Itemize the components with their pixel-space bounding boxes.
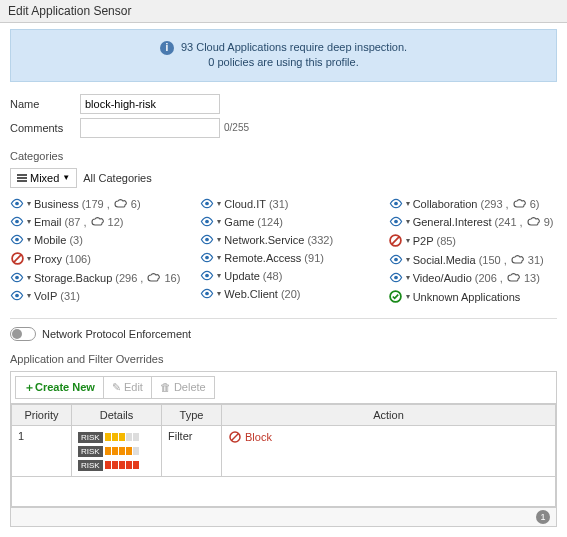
category-item[interactable]: ▾P2P (85) [389,234,557,248]
category-item[interactable]: ▾Unknown Applications [389,290,557,304]
overrides-box: ＋Create New ✎ Edit 🗑 Delete Priority Det… [10,371,557,527]
category-item[interactable]: ▾Collaboration (293 , 6) [389,198,557,210]
svg-point-7 [205,202,209,206]
categories-title: Categories [10,150,557,162]
svg-line-4 [13,255,21,263]
svg-point-11 [205,274,209,278]
category-name: Collaboration [413,198,478,210]
category-name: Social.Media [413,254,476,266]
col-action[interactable]: Action [222,404,556,425]
caret-down-icon: ▾ [217,271,221,280]
comments-input[interactable] [80,118,220,138]
block-icon [389,234,403,248]
col-type[interactable]: Type [162,404,222,425]
name-input[interactable] [80,94,220,114]
category-item[interactable]: ▾Network.Service (332) [200,234,368,246]
caret-down-icon: ▾ [27,254,31,263]
info-icon: i [160,41,174,55]
mixed-dropdown[interactable]: Mixed ▼ [10,168,77,188]
comments-label: Comments [10,122,80,134]
category-name: Cloud.IT [224,198,266,210]
caret-down-icon: ▾ [406,199,410,208]
eye-icon [10,216,24,228]
create-new-button[interactable]: ＋Create New [15,376,104,399]
caret-down-icon: ▾ [27,291,31,300]
cloud-icon [91,217,104,227]
edit-button[interactable]: ✎ Edit [104,376,152,399]
svg-point-1 [15,220,19,224]
caret-down-icon: ▾ [406,217,410,226]
category-item[interactable]: ▾Game (124) [200,216,368,228]
category-item[interactable]: ▾General.Interest (241 , 9) [389,216,557,228]
category-name: Email [34,216,62,228]
category-name: Game [224,216,254,228]
eye-icon [389,272,403,284]
caret-down-icon: ▾ [217,199,221,208]
category-name: Mobile [34,234,66,246]
caret-down-icon: ▾ [217,289,221,298]
category-item[interactable]: ▾Update (48) [200,270,368,282]
overrides-title: Application and Filter Overrides [10,353,557,365]
eye-icon [10,272,24,284]
page-badge[interactable]: 1 [536,510,550,524]
category-name: Network.Service [224,234,304,246]
eye-icon [389,198,403,210]
cloud-icon [114,199,127,209]
category-name: Video/Audio [413,272,472,284]
col-priority[interactable]: Priority [12,404,72,425]
svg-point-18 [394,276,398,280]
npe-toggle[interactable] [10,327,36,341]
category-item[interactable]: ▾Proxy (106) [10,252,180,266]
col-details[interactable]: Details [72,404,162,425]
category-item[interactable]: ▾Storage.Backup (296 , 16) [10,272,180,284]
svg-point-12 [205,292,209,296]
block-icon [10,252,24,266]
svg-point-0 [15,202,19,206]
caret-down-icon: ▾ [406,255,410,264]
category-item[interactable]: ▾Social.Media (150 , 31) [389,254,557,266]
category-item[interactable]: ▾VoIP (31) [10,290,180,302]
eye-icon [10,290,24,302]
banner-line2: 0 policies are using this profile. [208,56,358,68]
category-item[interactable]: ▾Remote.Access (91) [200,252,368,264]
category-item[interactable]: ▾Video/Audio (206 , 13) [389,272,557,284]
caret-down-icon: ▾ [27,273,31,282]
caret-down-icon: ▼ [62,173,70,182]
table-row[interactable]: 1 RISK RISK RISK Filter Block [12,425,556,476]
check-icon [389,290,403,304]
npe-label: Network Protocol Enforcement [42,328,191,340]
cloud-icon [527,217,540,227]
svg-point-2 [15,238,19,242]
category-item[interactable]: ▾Mobile (3) [10,234,180,246]
eye-icon [389,216,403,228]
caret-down-icon: ▾ [406,236,410,245]
svg-point-17 [394,258,398,262]
banner-line1: 93 Cloud Applications require deep inspe… [181,41,407,53]
caret-down-icon: ▾ [217,253,221,262]
category-item[interactable]: ▾Email (87 , 12) [10,216,180,228]
caret-down-icon: ▾ [27,217,31,226]
caret-down-icon: ▾ [217,217,221,226]
svg-point-14 [394,220,398,224]
info-banner: i 93 Cloud Applications require deep ins… [10,29,557,82]
svg-point-13 [394,202,398,206]
pencil-icon: ✎ [112,381,121,394]
trash-icon: 🗑 [160,381,171,393]
caret-down-icon: ▾ [27,235,31,244]
all-categories-label: All Categories [83,172,151,184]
category-name: Web.Client [224,288,278,300]
block-icon [228,430,242,444]
comments-count: 0/255 [224,122,249,133]
svg-point-10 [205,256,209,260]
cloud-icon [507,273,520,283]
cloud-icon [513,199,526,209]
category-item[interactable]: ▾Cloud.IT (31) [200,198,368,210]
caret-down-icon: ▾ [217,235,221,244]
category-item[interactable]: ▾Business (179 , 6) [10,198,180,210]
delete-button[interactable]: 🗑 Delete [152,376,215,399]
category-item[interactable]: ▾Web.Client (20) [200,288,368,300]
category-name: Unknown Applications [413,291,521,303]
svg-point-5 [15,276,19,280]
cloud-icon [511,255,524,265]
eye-icon [200,234,214,246]
